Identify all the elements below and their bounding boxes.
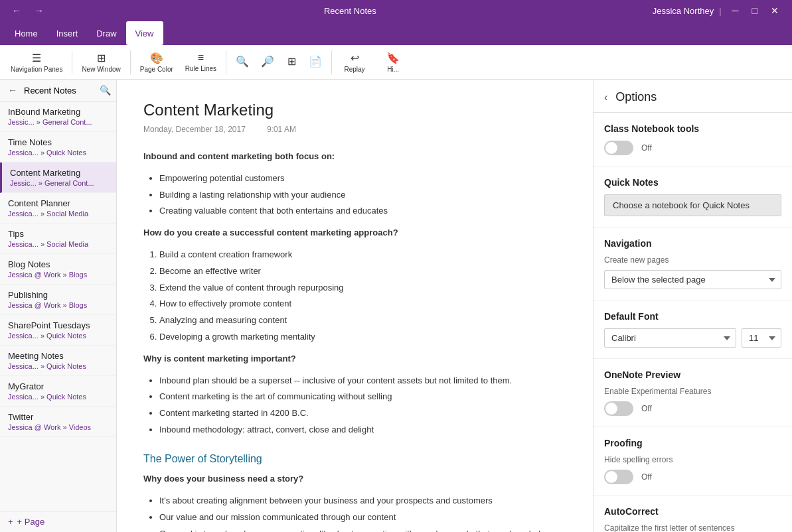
proofing-toggle[interactable] <box>604 470 633 484</box>
sidebar-header: ← Recent Notes 🔍 <box>0 80 116 101</box>
section-bold-1: Inbound and content marketing both focus… <box>143 151 335 161</box>
ribbon-rule-lines-label: Rule Lines <box>185 65 216 72</box>
content-time: 9:01 AM <box>267 125 296 134</box>
close-button[interactable]: ✕ <box>765 4 784 17</box>
font-size-dropdown[interactable]: 11 <box>742 328 781 348</box>
hide-icon: 🔖 <box>386 52 400 64</box>
ribbon-sep-4 <box>331 50 332 74</box>
sidebar-item-meeting-notes[interactable]: Meeting Notes Jessica... » Quick Notes <box>0 346 116 376</box>
onenote-preview-toggle[interactable] <box>604 401 633 416</box>
onenote-preview-toggle-label: Off <box>641 404 652 413</box>
ribbon-zoom-out[interactable]: 🔍 <box>230 48 254 77</box>
content-meta: Monday, December 18, 2017 9:01 AM <box>143 125 566 134</box>
autocorrect-subtitle: Capitalize the first letter of sentences <box>604 523 781 532</box>
section-bold-4: Why does your business need a story? <box>143 474 303 484</box>
list-item: Analyzing and measuring content <box>159 314 566 328</box>
sidebar-search-button[interactable]: 🔍 <box>100 85 111 96</box>
ribbon-grid[interactable]: ⊞ <box>281 48 302 77</box>
sidebar-item-title: Time Notes <box>8 137 108 147</box>
font-row: Calibri 11 <box>604 328 781 348</box>
maximize-button[interactable]: □ <box>747 4 763 17</box>
bullet-list-3: It's about creating alignment between yo… <box>159 494 566 532</box>
menu-draw[interactable]: Draw <box>87 21 125 45</box>
sidebar-item-title: Meeting Notes <box>8 351 108 361</box>
ribbon-rule-lines[interactable]: ≡ Rule Lines <box>180 48 222 77</box>
ribbon-reading-view[interactable]: 📄 <box>303 48 327 77</box>
sidebar-item-mygrator[interactable]: MyGrator Jessica... » Quick Notes <box>0 376 116 407</box>
ordered-list-1: Build a content creation framework Becom… <box>159 248 566 344</box>
sidebar-item-title: MyGrator <box>8 381 108 391</box>
list-item: Extend the value of content through repu… <box>159 281 566 295</box>
autocorrect-title: AutoCorrect <box>604 506 781 517</box>
sidebar-item-content-marketing[interactable]: Content Marketing Jessic... » General Co… <box>0 163 116 193</box>
ribbon-zoom-in[interactable]: 🔎 <box>256 48 279 77</box>
sidebar-items: InBound Marketing Jessic... » General Co… <box>0 101 116 511</box>
list-item: Build a content creation framework <box>159 248 566 262</box>
menu-home[interactable]: Home <box>5 21 47 45</box>
options-back-button[interactable]: ‹ <box>604 92 607 103</box>
nav-forward-button[interactable]: → <box>31 4 48 17</box>
ribbon-sep-1 <box>72 50 72 74</box>
choose-notebook-button[interactable]: Choose a notebook for Quick Notes <box>604 194 781 216</box>
navigation-dropdown[interactable]: Below the selected pageAt the end of sec… <box>604 270 781 289</box>
window-controls: ─ □ ✕ <box>727 4 784 17</box>
list-item: Content marketing started in 4200 B.C. <box>159 407 566 421</box>
menu-insert[interactable]: Insert <box>47 21 88 45</box>
sidebar-item-time-notes[interactable]: Time Notes Jessica... » Quick Notes <box>0 132 116 163</box>
page-title: Content Marketing <box>143 101 566 119</box>
ribbon-navigation-panes-label: Navigation Panes <box>11 66 62 73</box>
sidebar-item-title: Blog Notes <box>8 259 108 269</box>
add-page-button[interactable]: + + Page <box>0 511 116 532</box>
main-layout: ← Recent Notes 🔍 InBound Marketing Jessi… <box>0 80 792 532</box>
user-name: Jessica Northey <box>653 6 714 16</box>
sidebar-item-path: Jessica... » Social Media <box>8 240 108 248</box>
ribbon-page-color[interactable]: 🎨 Page Color <box>135 48 179 77</box>
navigation-title: Navigation <box>604 238 781 249</box>
menu-bar: Home Insert Draw View <box>0 21 792 45</box>
proofing-toggle-label: Off <box>641 472 652 482</box>
menu-view[interactable]: View <box>126 21 163 45</box>
minimize-button[interactable]: ─ <box>727 4 744 17</box>
font-family-dropdown[interactable]: Calibri <box>604 328 736 348</box>
sidebar-item-tips[interactable]: Tips Jessica... » Social Media <box>0 224 116 254</box>
grid-icon: ⊞ <box>287 55 296 68</box>
content-date: Monday, December 18, 2017 <box>143 125 246 134</box>
ribbon-replay-label: Replay <box>344 66 364 73</box>
sidebar-item-sharepoint-tuesdays[interactable]: SharePoint Tuesdays Jessica... » Quick N… <box>0 315 116 346</box>
sidebar-item-twitter[interactable]: Twitter Jessica @ Work » Videos <box>0 407 116 437</box>
sidebar-item-inbound-marketing[interactable]: InBound Marketing Jessic... » General Co… <box>0 101 116 132</box>
onenote-preview-toggle-row: Off <box>604 401 781 416</box>
ribbon: ☰ Navigation Panes ⊞ New Window 🎨 Page C… <box>0 45 792 80</box>
options-proofing: Proofing Hide spelling errors Off <box>594 427 792 496</box>
list-item: Inbound methodology: attract, convert, c… <box>159 423 566 437</box>
sidebar-item-title: SharePoint Tuesdays <box>8 320 108 330</box>
rule-lines-icon: ≡ <box>198 52 204 64</box>
list-item: How to effectively promote content <box>159 297 566 311</box>
ribbon-sep-3 <box>226 50 226 74</box>
nav-back-button[interactable]: ← <box>8 4 25 17</box>
list-item: Inbound plan should be a superset -- inc… <box>159 374 566 388</box>
sidebar-back-button[interactable]: ← <box>5 84 20 97</box>
proofing-subtitle: Hide spelling errors <box>604 455 781 464</box>
ribbon-new-window-label: New Window <box>82 66 120 73</box>
title-bar-title: Recent Notes <box>324 6 376 16</box>
sidebar-item-content-planner[interactable]: Content Planner Jessica... » Social Medi… <box>0 193 116 224</box>
sidebar-item-blog-notes[interactable]: Blog Notes Jessica @ Work » Blogs <box>0 254 116 285</box>
sidebar-item-title: Publishing <box>8 290 108 300</box>
sidebar-item-title: Twitter <box>8 412 108 422</box>
sidebar-item-title: Content Planner <box>8 198 108 208</box>
sidebar-item-publishing[interactable]: Publishing Jessica @ Work » Blogs <box>0 285 116 315</box>
content-body: Inbound and content marketing both focus… <box>143 150 566 532</box>
list-item: Content marketing is the art of communic… <box>159 390 566 404</box>
list-item: Developing a growth marketing mentality <box>159 330 566 344</box>
sidebar-item-title: Content Marketing <box>10 168 108 178</box>
onenote-preview-title: OneNote Preview <box>604 369 781 380</box>
ribbon-new-window[interactable]: ⊞ New Window <box>76 48 125 77</box>
navigation-panes-icon: ☰ <box>32 52 41 64</box>
class-notebook-toggle[interactable] <box>604 141 633 155</box>
ribbon-replay[interactable]: ↩ Replay <box>336 48 373 77</box>
list-item: Creating valuable content that both ente… <box>159 204 566 218</box>
ribbon-hide[interactable]: 🔖 Hi... <box>374 48 412 77</box>
ribbon-navigation-panes[interactable]: ☰ Navigation Panes <box>5 48 68 77</box>
sidebar-item-path: Jessica @ Work » Blogs <box>8 271 108 279</box>
